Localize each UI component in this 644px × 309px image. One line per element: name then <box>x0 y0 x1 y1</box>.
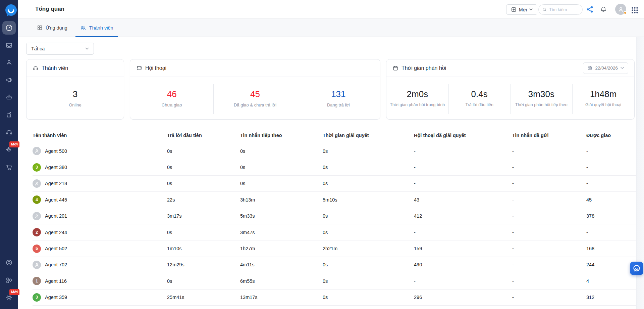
table-cell: 4m11s <box>240 262 323 267</box>
table-row[interactable]: 4 Agent 445 22s3h13m5m10s43-45 <box>33 192 636 208</box>
date-picker-button[interactable]: 22/04/2026 <box>583 62 628 74</box>
table-cell: 490 <box>414 262 512 267</box>
user-menu[interactable] <box>615 4 626 15</box>
stat-value: 131 <box>331 89 345 99</box>
tab-members[interactable]: Thành viên <box>75 19 118 37</box>
table-row[interactable]: 3 Agent 380 0s0s0s--- <box>33 159 636 175</box>
table-cell: 43 <box>414 197 512 203</box>
table-cell: - <box>586 230 636 235</box>
search-icon <box>542 7 547 12</box>
avatar: 5 <box>33 245 41 253</box>
sidebar-item-support[interactable] <box>2 126 16 139</box>
table-cell: - <box>414 165 512 170</box>
column-header: Được giao <box>586 133 636 138</box>
blocks-icon <box>5 276 13 284</box>
tab-apps[interactable]: Ứng dụng <box>32 19 72 37</box>
table-cell: 0s <box>323 181 414 186</box>
table-row[interactable]: 3 Agent 359 25m41s13m17s0s296-312 <box>33 290 636 306</box>
sidebar-item-apps[interactable] <box>2 273 16 287</box>
tab-label: Ứng dụng <box>46 25 67 31</box>
page-title: Tổng quan <box>35 6 64 12</box>
agent-name: Agent 201 <box>45 213 67 219</box>
avatar: 1 <box>33 277 41 285</box>
table-row[interactable]: Agent 500 0s0s0s--- <box>33 143 636 159</box>
notifications-button[interactable] <box>599 5 608 14</box>
inbox-icon <box>5 42 13 49</box>
search-input[interactable] <box>549 7 576 12</box>
table-cell: 0s <box>323 278 414 284</box>
new-badge: Mới <box>9 141 19 147</box>
stat-label: Chưa giao <box>162 102 182 107</box>
table-cell: 1m10s <box>167 246 240 251</box>
table-row[interactable]: 1 Agent 116 0s6m55s0s--4 <box>33 273 636 289</box>
avatar <box>33 212 41 220</box>
table-cell: 412 <box>414 213 512 219</box>
apps-grid-button[interactable] <box>630 5 639 15</box>
sidebar-item-orders[interactable] <box>2 161 16 174</box>
new-button[interactable]: Mới <box>506 4 537 15</box>
megaphone-icon <box>5 76 13 84</box>
avatar <box>33 179 41 188</box>
table-row[interactable]: Agent 702 12m29s4m11s0s490-244 <box>33 257 636 273</box>
table-cell: 296 <box>414 295 512 300</box>
member-cell: 2 Agent 244 <box>33 228 167 236</box>
table-cell: 0s <box>167 278 240 284</box>
table-row[interactable]: 5 Agent 502 1m10s1h27m2h21m159-168 <box>33 240 636 257</box>
chat-widget-launcher[interactable] <box>630 262 643 275</box>
response-time-stats: 2m0s Thời gian phản hồi trung bình 0.4s … <box>386 77 634 119</box>
table-cell: 22s <box>167 197 240 203</box>
people-icon <box>80 25 86 31</box>
stat-label: Thời gian phản hồi trung bình <box>390 102 445 107</box>
avatar <box>33 147 41 155</box>
table-cell: - <box>512 230 586 235</box>
calendar-icon <box>392 65 398 71</box>
conversations-stats: 46 Chưa giao 45 Đã giao & chưa trả lời 1… <box>130 77 380 119</box>
stat-value: 46 <box>167 89 177 99</box>
response-time-card: Thời gian phản hồi 22/04/2026 2m0s Thời … <box>386 59 635 120</box>
table-cell: 3m17s <box>167 213 240 219</box>
team-filter-select[interactable]: Tất cả <box>26 43 94 55</box>
table-row[interactable]: 2 Agent 244 0s3m47s0s--- <box>33 224 636 240</box>
sidebar-item-dashboard[interactable] <box>2 21 16 35</box>
agent-name: Agent 702 <box>45 262 67 267</box>
table-cell: 3m47s <box>240 230 323 235</box>
person-icon <box>34 181 39 186</box>
table-header-row: Tên thành viênTrả lời đầu tiênTin nhắn t… <box>33 128 636 143</box>
column-header: Tin nhắn đã gửi <box>512 133 586 138</box>
table-cell: - <box>512 278 586 284</box>
sidebar-item-automation[interactable] <box>2 91 16 104</box>
table-row[interactable]: Agent 218 0s0s0s--- <box>33 176 636 192</box>
date-value: 22/04/2026 <box>595 65 618 71</box>
table-cell: - <box>586 181 636 186</box>
stat-block: 3m30s Thời gian phản hồi tiếp theo <box>511 77 573 119</box>
sidebar-item-contacts[interactable] <box>2 56 16 69</box>
chat-bubble-icon <box>633 264 641 272</box>
table-cell: 45 <box>586 197 636 203</box>
plus-box-icon <box>511 7 517 12</box>
table-cell: 244 <box>586 262 636 267</box>
table-cell: - <box>414 230 512 235</box>
members-stats: 3 Online <box>26 77 124 119</box>
members-table: Tên thành viênTrả lời đầu tiênTin nhắn t… <box>18 128 636 306</box>
table-cell: 0s <box>240 181 323 186</box>
stat-label: Đã giao & chưa trả lời <box>234 102 276 107</box>
sidebar-item-marketing[interactable] <box>2 73 16 87</box>
main-content: Tất cả Thành viên 3 Online <box>18 37 644 309</box>
table-cell: 6m55s <box>240 278 323 284</box>
table-cell: 159 <box>414 246 512 251</box>
agent-name: Agent 218 <box>45 181 67 186</box>
cart-icon <box>5 164 13 171</box>
search-box[interactable] <box>538 4 583 15</box>
table-cell: 5m10s <box>323 197 414 203</box>
member-cell: 4 Agent 445 <box>33 195 167 204</box>
member-cell: 1 Agent 116 <box>33 277 167 285</box>
share-button[interactable] <box>585 5 595 14</box>
agent-name: Agent 380 <box>45 165 67 170</box>
chevron-down-icon <box>621 67 624 69</box>
sidebar-item-reports[interactable] <box>2 108 16 122</box>
table-row[interactable]: Agent 201 3m17s5m33s0s412-378 <box>33 208 636 224</box>
sidebar-item-inbox[interactable] <box>2 39 16 52</box>
sidebar-item-tracking[interactable] <box>2 256 16 269</box>
app-logo-icon[interactable] <box>4 4 18 17</box>
avatar: 3 <box>33 293 41 302</box>
